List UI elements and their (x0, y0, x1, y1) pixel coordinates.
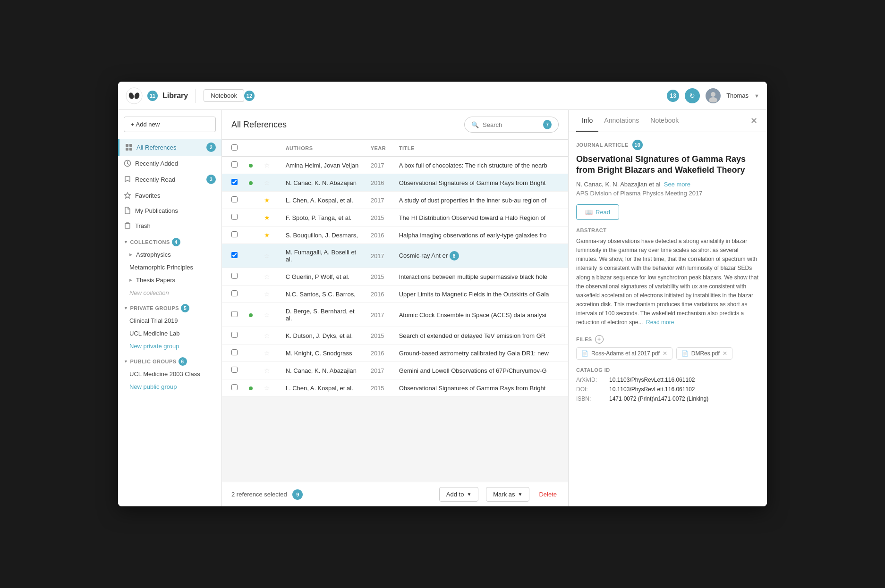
row-star-cell[interactable]: ☆ (258, 268, 280, 286)
row-star-cell[interactable]: ☆ (258, 244, 280, 268)
table-row[interactable]: ☆ M. Fumagalli, A. Boselli et al. 2017 C… (222, 244, 568, 268)
row-checkbox[interactable] (231, 252, 238, 258)
add-to-button[interactable]: Add to ▼ (439, 487, 479, 502)
search-box[interactable]: 🔍 7 (464, 117, 559, 133)
new-collection-item[interactable]: New collection (118, 286, 221, 299)
table-row[interactable]: ★ L. Chen, A. Kospal, et al. 2017 A stud… (222, 192, 568, 209)
table-row[interactable]: ☆ N. Canac, K. N. Abazajian 2016 Observa… (222, 174, 568, 192)
sidebar-item-all-references[interactable]: All References 2 (118, 139, 221, 156)
delete-button[interactable]: Delete (537, 487, 559, 501)
table-row[interactable]: ☆ C Guerlin, P Wolf, et al. 2015 Interac… (222, 268, 568, 286)
remove-file-button[interactable]: ✕ (663, 350, 667, 357)
star-button[interactable]: ☆ (264, 311, 270, 319)
mark-as-button[interactable]: Mark as ▼ (486, 487, 529, 502)
table-row[interactable]: ☆ K. Dutson, J. Dyks, et al. 2015 Search… (222, 327, 568, 344)
row-checkbox[interactable] (231, 179, 238, 185)
collection-item-astrophysics[interactable]: Astrophysics (118, 248, 221, 261)
private-groups-header[interactable]: ▼ PRIVATE GROUPS 5 (118, 299, 221, 314)
tab-info[interactable]: Info (576, 110, 598, 132)
catalog-key: ArXivID: (576, 377, 609, 383)
collection-item-metamorphic[interactable]: Metamorphic Principles (118, 261, 221, 274)
search-input[interactable] (483, 121, 539, 128)
sidebar-item-recently-read[interactable]: Recently Read 3 (118, 171, 221, 188)
sidebar-item-label: All References (136, 144, 203, 151)
sidebar-item-recently-added[interactable]: Recently Added (118, 156, 221, 171)
table-row[interactable]: ☆ N.C. Santos, S.C. Barros, 2016 Upper L… (222, 286, 568, 303)
private-group-ucl-medicine[interactable]: UCL Medicine Lab (118, 327, 221, 340)
table-row[interactable]: ☆ D. Berge, S. Bernhard, et al. 2017 Ato… (222, 303, 568, 327)
notebook-button[interactable]: Notebook (204, 89, 244, 102)
row-star-cell[interactable]: ☆ (258, 174, 280, 192)
tab-annotations[interactable]: Annotations (598, 110, 645, 132)
star-button[interactable]: ★ (264, 231, 270, 239)
star-button[interactable]: ☆ (264, 367, 270, 374)
close-button[interactable]: ✕ (749, 114, 759, 128)
star-button[interactable]: ☆ (264, 179, 270, 186)
row-star-cell[interactable]: ☆ (258, 286, 280, 303)
read-button[interactable]: 📖 Read (576, 204, 619, 220)
add-new-button[interactable]: + Add new (124, 117, 216, 132)
sidebar-item-trash[interactable]: Trash (118, 218, 221, 233)
star-button[interactable]: ☆ (264, 384, 270, 392)
row-checkbox[interactable] (231, 367, 238, 373)
table-row[interactable]: ☆ N. Canac, K. N. Abazajian 2017 Gemini … (222, 362, 568, 379)
row-checkbox[interactable] (231, 196, 238, 202)
public-group-ucl-2003[interactable]: UCL Medicine 2003 Class (118, 368, 221, 380)
public-groups-header[interactable]: ▼ PUBLIC GROUPS 6 (118, 353, 221, 368)
see-more-link[interactable]: See more (664, 181, 690, 188)
table-row[interactable]: ☆ Amina Helmi, Jovan Veljan 2017 A box f… (222, 157, 568, 174)
star-button[interactable]: ☆ (264, 252, 270, 260)
row-star-cell[interactable]: ☆ (258, 379, 280, 397)
star-button[interactable]: ☆ (264, 349, 270, 357)
row-checkbox[interactable] (231, 290, 238, 296)
row-checkbox[interactable] (231, 161, 238, 168)
row-star-cell[interactable]: ☆ (258, 157, 280, 174)
select-all-checkbox[interactable] (231, 144, 238, 151)
add-file-button[interactable]: + (595, 335, 604, 344)
row-star-cell[interactable]: ☆ (258, 362, 280, 379)
row-star-cell[interactable]: ☆ (258, 344, 280, 362)
status-dot (249, 386, 253, 390)
table-row[interactable]: ★ F. Spoto, P. Tanga, et al. 2015 The HI… (222, 209, 568, 227)
row-checkbox[interactable] (231, 273, 238, 279)
star-button[interactable]: ☆ (264, 161, 270, 169)
remove-file-button[interactable]: ✕ (723, 350, 727, 357)
sidebar-item-my-publications[interactable]: My Publications (118, 203, 221, 218)
row-checkbox[interactable] (231, 231, 238, 237)
chevron-down-icon: ▼ (124, 359, 128, 364)
row-checkbox[interactable] (231, 384, 238, 390)
star-button[interactable]: ☆ (264, 290, 270, 298)
row-checkbox[interactable] (231, 214, 238, 220)
collections-header[interactable]: ▼ COLLECTIONS 4 (118, 233, 221, 248)
sidebar-item-favorites[interactable]: Favorites (118, 188, 221, 203)
row-checkbox-cell (222, 286, 243, 303)
new-private-group-item[interactable]: New private group (118, 340, 221, 353)
row-checkbox[interactable] (231, 311, 238, 317)
file-icon: 📄 (681, 350, 689, 357)
collection-label: Thesis Papers (136, 277, 175, 284)
star-button[interactable]: ☆ (264, 332, 270, 339)
row-checkbox[interactable] (231, 332, 238, 338)
row-star-cell[interactable]: ☆ (258, 303, 280, 327)
user-name[interactable]: Thomas (726, 92, 749, 99)
table-row[interactable]: ★ S. Bouquillon, J. Desmars, 2016 Halpha… (222, 227, 568, 244)
chevron-down-icon: ▼ (124, 306, 128, 311)
row-checkbox[interactable] (231, 349, 238, 355)
table-row[interactable]: ☆ M. Knight, C. Snodgrass 2016 Ground-ba… (222, 344, 568, 362)
row-status-cell (243, 192, 258, 209)
refresh-button[interactable]: ↻ (685, 88, 700, 103)
collection-item-thesis[interactable]: Thesis Papers (118, 274, 221, 286)
row-status-cell (243, 227, 258, 244)
star-button[interactable]: ★ (264, 214, 270, 221)
row-star-cell[interactable]: ★ (258, 192, 280, 209)
star-button[interactable]: ☆ (264, 273, 270, 280)
row-star-cell[interactable]: ☆ (258, 327, 280, 344)
table-row[interactable]: ☆ L. Chen, A. Kospal, et al. 2015 Observ… (222, 379, 568, 397)
private-group-clinical[interactable]: Clinical Trial 2019 (118, 314, 221, 327)
tab-notebook[interactable]: Notebook (645, 110, 684, 132)
row-star-cell[interactable]: ★ (258, 227, 280, 244)
new-public-group-item[interactable]: New public group (118, 380, 221, 393)
read-more-link[interactable]: Read more (646, 319, 674, 326)
row-star-cell[interactable]: ★ (258, 209, 280, 227)
star-button[interactable]: ★ (264, 196, 270, 204)
